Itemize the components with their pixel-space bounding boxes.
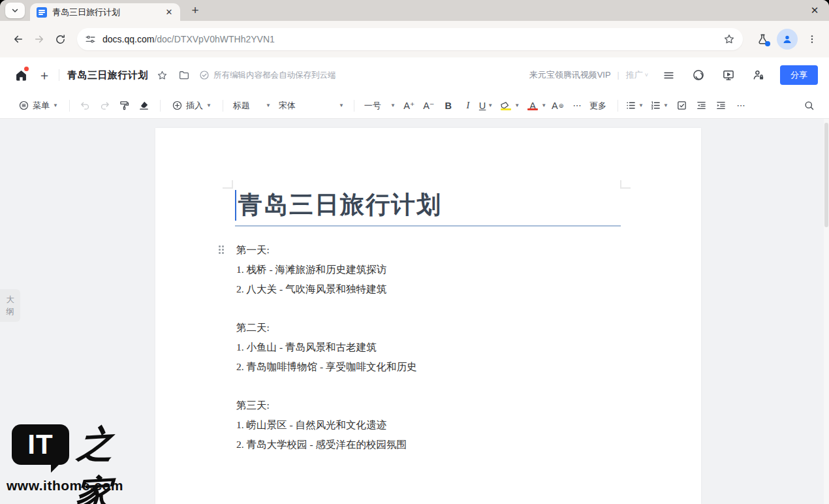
watermark-url: www.ithome.com	[7, 478, 123, 494]
present-screen-icon	[722, 69, 735, 82]
itinerary-line[interactable]: 2. 青岛咖啡博物馆 - 享受咖啡文化和历史	[236, 357, 416, 377]
undo-icon	[80, 100, 91, 111]
indent-icon	[715, 100, 727, 111]
person-icon	[781, 33, 793, 45]
doc-title[interactable]: 青岛三日旅行计划	[67, 69, 148, 82]
doc-menu-button[interactable]	[659, 65, 678, 85]
font-family-select[interactable]: 宋体▼	[276, 97, 347, 114]
paragraph-drag-handle[interactable]	[219, 245, 225, 255]
document-title[interactable]: 青岛三日旅行计划	[238, 189, 442, 221]
indent-button[interactable]	[713, 97, 730, 114]
experiments-button[interactable]	[752, 29, 773, 50]
browser-tab[interactable]: 青岛三日旅行计划 ✕	[30, 3, 180, 21]
menu-dropdown[interactable]: 菜单▼	[14, 97, 62, 114]
new-tab-button[interactable]: +	[187, 2, 204, 19]
new-doc-button[interactable]: ＋	[38, 67, 51, 84]
move-to-folder-button[interactable]	[176, 67, 193, 84]
tab-search-button[interactable]	[5, 3, 25, 18]
font-size-select[interactable]: 一号▼	[362, 97, 398, 114]
italic-button[interactable]: I	[460, 97, 477, 114]
highlight-button[interactable]: ▼	[499, 101, 520, 111]
itinerary-line[interactable]: 2. 青岛大学校园 - 感受洋在的校园氛围	[236, 435, 416, 454]
more-dropdown[interactable]: 更多	[588, 97, 610, 114]
divider	[223, 100, 223, 112]
star-icon	[157, 70, 168, 81]
insert-dropdown[interactable]: 插入▼	[168, 97, 215, 114]
chevron-down-icon: ▼	[514, 102, 520, 108]
text-effects-button[interactable]: A⊚	[549, 97, 566, 114]
chevron-down-icon: ▼	[53, 102, 58, 108]
more-list-button[interactable]: ⋯	[732, 97, 749, 114]
hamburger-icon	[663, 69, 675, 82]
decrease-font-button[interactable]: A⁻	[420, 97, 437, 114]
tab-close-icon[interactable]: ✕	[163, 7, 175, 18]
day-section: 第二天: 1. 小鱼山 - 青岛风景和古老建筑 2. 青岛咖啡博物馆 - 享受咖…	[236, 318, 416, 377]
profile-avatar[interactable]	[777, 29, 798, 50]
paragraph-style-select[interactable]: 标题▼	[230, 97, 274, 114]
outdent-button[interactable]	[693, 97, 710, 114]
notification-dot	[24, 67, 29, 71]
check-circle-icon	[199, 70, 210, 80]
ring-icon: ⊚	[559, 102, 564, 109]
menu-label: 菜单	[33, 100, 50, 112]
scrollbar-thumb[interactable]	[824, 123, 828, 227]
browser-menu-button[interactable]	[802, 29, 822, 50]
effects-letter: A	[552, 101, 558, 111]
vip-promo-link[interactable]: 来元宝领腾讯视频VIP	[529, 69, 611, 81]
clear-format-button[interactable]	[136, 97, 153, 114]
window-close-icon[interactable]: ✕	[808, 4, 821, 17]
bookmark-star-icon[interactable]	[723, 33, 735, 45]
chevron-down-icon: ▼	[638, 102, 644, 108]
outdent-icon	[696, 100, 707, 111]
scrollbar[interactable]	[824, 119, 829, 504]
checklist-button[interactable]	[674, 97, 691, 114]
logo-text: IT	[27, 429, 53, 460]
home-button[interactable]	[12, 66, 30, 84]
redo-button[interactable]	[97, 97, 114, 114]
bullet-list-button[interactable]: ▼	[625, 100, 644, 111]
divider	[59, 69, 59, 81]
star-doc-button[interactable]	[153, 67, 170, 84]
share-button[interactable]: 分享	[780, 65, 818, 85]
promo-divider: |	[618, 71, 619, 80]
day-heading[interactable]: 第三天:	[236, 396, 416, 415]
present-button[interactable]	[719, 65, 738, 85]
bold-button[interactable]: B	[440, 97, 457, 114]
increase-font-button[interactable]: A⁺	[401, 97, 418, 114]
format-painter-button[interactable]	[116, 97, 133, 114]
record-button[interactable]	[689, 65, 708, 85]
browser-window: 青岛三日旅行计划 ✕ + ✕ docs.qq.com/doc/DTXVpV0hW…	[0, 0, 829, 504]
autosave-status: 所有编辑内容都会自动保存到云端	[199, 70, 336, 81]
outline-tab[interactable]: 大纲	[0, 289, 20, 322]
bullet-list-icon	[625, 100, 636, 111]
font-color-bar	[527, 108, 538, 110]
back-arrow-icon	[12, 33, 24, 45]
itinerary-line[interactable]: 1. 崂山景区 - 自然风光和文化遗迹	[236, 415, 416, 435]
url-field[interactable]: docs.qq.com/doc/DTXVpV0hWTHh2YVN1	[77, 28, 743, 50]
title-underline	[235, 225, 621, 227]
day-heading[interactable]: 第一天:	[236, 240, 416, 260]
reload-button[interactable]	[50, 29, 70, 50]
text-cursor	[235, 190, 236, 221]
itinerary-line[interactable]: 2. 八大关 - 气吹海风景和独特建筑	[236, 279, 416, 299]
more-format-button[interactable]: ⋯	[569, 97, 586, 114]
document-body[interactable]: 第一天: 1. 栈桥 - 海滩旅游和历史建筑探访 2. 八大关 - 气吹海风景和…	[236, 240, 416, 454]
itinerary-line[interactable]: 1. 栈桥 - 海滩旅游和历史建筑探访	[236, 260, 416, 279]
font-color-button[interactable]: A ▼	[526, 101, 546, 111]
forward-button[interactable]	[29, 29, 50, 50]
folder-icon	[178, 69, 190, 81]
numbered-list-button[interactable]: ▼	[650, 100, 668, 111]
promo-tag[interactable]: 推广	[626, 69, 643, 81]
search-button[interactable]	[800, 97, 817, 114]
margin-mark-right	[620, 180, 631, 189]
undo-button[interactable]	[77, 97, 94, 114]
plus-circle-icon	[172, 100, 183, 111]
day-heading[interactable]: 第二天:	[236, 318, 416, 338]
permission-button[interactable]	[749, 65, 768, 85]
document-page[interactable]: 青岛三日旅行计划 第一天: 1. 栈桥 - 海滩旅游和历史建筑探访 2. 八大关…	[155, 128, 701, 504]
chevron-down-icon: ▼	[541, 102, 546, 108]
ithome-logo: IT	[12, 424, 69, 465]
itinerary-line[interactable]: 1. 小鱼山 - 青岛风景和古老建筑	[236, 338, 416, 357]
underline-button[interactable]: U ▼	[479, 101, 493, 111]
back-button[interactable]	[8, 29, 29, 50]
